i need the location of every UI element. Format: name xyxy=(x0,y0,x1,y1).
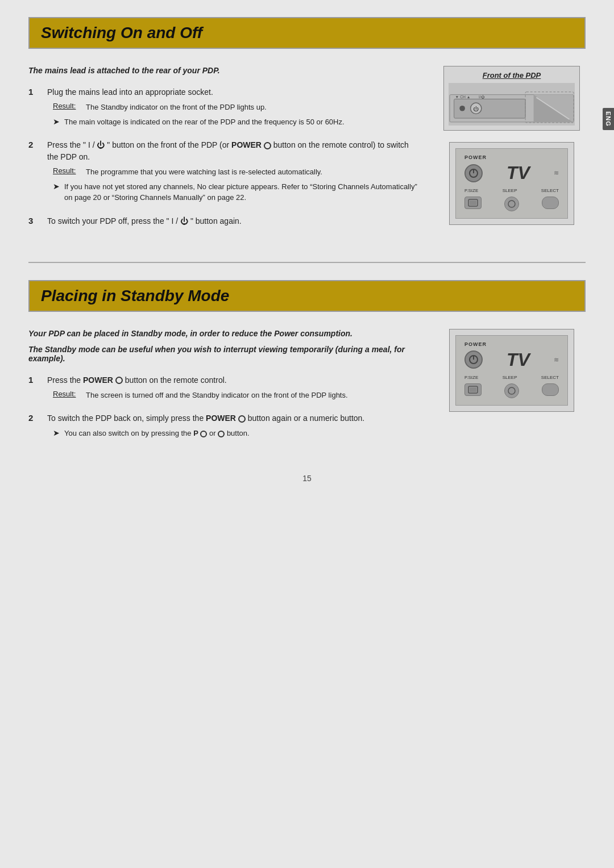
step-1-1: 1 Plug the mains lead into an appropriat… xyxy=(28,86,421,131)
section2-left: Your PDP can be placed in Standby mode, … xyxy=(28,329,421,451)
note-2-2: ➤ You can also switch on by pressing the… xyxy=(47,428,421,439)
sleep-icon xyxy=(507,199,516,208)
section2-body: Your PDP can be placed in Standby mode, … xyxy=(28,329,586,451)
result-label-2-1: Result: xyxy=(53,390,81,401)
note-text-2-2: You can also switch on by pressing the P… xyxy=(64,428,250,439)
select-label-2: SELECT xyxy=(541,375,559,380)
power-icon xyxy=(468,168,479,178)
remote-power-btn-1 xyxy=(464,164,483,182)
psize-btn-2 xyxy=(464,383,482,396)
section2-header: Placing in Standby Mode xyxy=(28,280,586,312)
remote-bottom-row-1: P.SIZE SLEEP SELECT xyxy=(464,188,559,193)
svg-point-15 xyxy=(508,201,515,207)
main-content: Switching On and Off The mains lead is a… xyxy=(0,0,614,868)
remote-inner-1: POWER TV ≋ P.SIZE xyxy=(455,148,568,219)
step-number-1-1: 1 xyxy=(28,87,39,97)
eng-tab: ENG xyxy=(603,108,614,130)
remote-power-label-1: POWER xyxy=(464,155,559,160)
page: ENG Switching On and Off The mains lead … xyxy=(0,0,614,868)
step-1-2-content: Press the " I / ⏻ " button on the front … xyxy=(47,139,421,207)
psize-label-1: P.SIZE xyxy=(464,188,478,193)
step-1-3: 3 To switch your PDP off, press the " I … xyxy=(28,215,421,231)
eng-label: ENG xyxy=(605,111,612,127)
svg-text:⏻: ⏻ xyxy=(473,106,479,112)
step-2-1: 1 Press the POWER button on the remote c… xyxy=(28,374,421,404)
sleep-icon-2 xyxy=(507,386,516,395)
section2-right: POWER TV ≋ P.SIZE xyxy=(438,329,586,451)
remote-bottom-btns-2 xyxy=(464,383,559,398)
select-btn-1 xyxy=(542,197,559,209)
sleep-label-1: SLEEP xyxy=(503,188,517,193)
pdp-panel-svg: ⏻ ▼ CH ▲ I/⏻ xyxy=(449,83,575,126)
result-text-2-1: The screen is turned off and the Standby… xyxy=(86,390,348,401)
result-1-1: Result: The Standby indicator on the fro… xyxy=(47,102,421,113)
remote-signal-2: ≋ xyxy=(554,356,559,364)
result-1-2: Result: The programme that you were watc… xyxy=(47,166,421,178)
note-text-1-2: If you have not yet stored any channels,… xyxy=(64,181,421,203)
remote-tv-text-2: TV xyxy=(483,349,554,370)
result-text-1-1: The Standby indicator on the front of th… xyxy=(86,102,267,113)
pdp-front-label: Front of the PDP xyxy=(449,71,575,80)
remote-inner-2: POWER TV ≋ P.SIZE xyxy=(455,335,568,406)
step-1-3-text: To switch your PDP off, press the " I / … xyxy=(47,215,421,227)
section1-header: Switching On and Off xyxy=(28,17,586,49)
step-number-1-3: 3 xyxy=(28,216,39,226)
step-2-1-content: Press the POWER button on the remote con… xyxy=(47,374,421,404)
psize-btn-1 xyxy=(464,197,482,209)
psize-label-2: P.SIZE xyxy=(464,375,478,380)
page-number: 15 xyxy=(28,474,586,483)
step-2-2-power: POWER xyxy=(206,414,236,423)
arrow-1-1: ➤ xyxy=(53,117,60,126)
step-1-1-text: Plug the mains lead into an appropriate … xyxy=(47,86,421,98)
psize-icon-2 xyxy=(468,386,478,394)
svg-point-2 xyxy=(459,106,465,111)
step-1-1-content: Plug the mains lead into an appropriate … xyxy=(47,86,421,131)
svg-text:I/⏻: I/⏻ xyxy=(479,95,485,99)
remote-tv-row-1: TV ≋ xyxy=(464,162,559,183)
section1-intro: The mains lead is attached to the rear o… xyxy=(28,66,421,75)
result-label-1-1: Result: xyxy=(53,102,81,113)
remote-bottom-btns-1 xyxy=(464,197,559,211)
arrow-2-2: ➤ xyxy=(53,428,60,437)
svg-text:▼ CH ▲: ▼ CH ▲ xyxy=(455,95,471,99)
remote-power-label-2: POWER xyxy=(464,341,559,347)
step-1-2-text: Press the " I / ⏻ " button on the front … xyxy=(47,139,421,163)
result-2-1: Result: The screen is turned off and the… xyxy=(47,390,421,401)
step-2-2: 2 To switch the PDP back on, simply pres… xyxy=(28,412,421,443)
remote-power-btn-2 xyxy=(464,350,483,369)
section1-title: Switching On and Off xyxy=(41,24,202,42)
pdp-panel-drawing: ⏻ ▼ CH ▲ I/⏻ xyxy=(449,83,575,126)
sleep-btn-2 xyxy=(504,383,519,398)
step-1-3-content: To switch your PDP off, press the " I / … xyxy=(47,215,421,231)
result-label-1-2: Result: xyxy=(53,166,81,178)
section2-intro2: The Standby mode can be useful when you … xyxy=(28,345,421,363)
svg-rect-14 xyxy=(470,201,476,205)
result-text-1-2: The programme that you were watching las… xyxy=(86,166,322,178)
power-icon-2 xyxy=(468,354,479,365)
sleep-btn-1 xyxy=(504,197,519,211)
arrow-1-2: ➤ xyxy=(53,182,60,191)
step-1-2: 2 Press the " I / ⏻ " button on the fron… xyxy=(28,139,421,207)
section1-left: The mains lead is attached to the rear o… xyxy=(28,66,421,239)
remote-tv-text-1: TV xyxy=(483,162,554,183)
step-number-2-1: 1 xyxy=(28,375,39,385)
step-1-2-power: POWER xyxy=(231,140,262,149)
section1-body: The mains lead is attached to the rear o… xyxy=(28,66,586,239)
note-text-1-1: The main voltage is indicated on the rea… xyxy=(64,116,345,128)
step-1-2-symbol: I / ⏻ xyxy=(86,140,107,149)
section-divider xyxy=(28,262,586,263)
step-2-2-text: To switch the PDP back on, simply press … xyxy=(47,412,421,424)
section1-right: Front of the PDP ⏻ xyxy=(438,66,586,239)
svg-point-20 xyxy=(508,387,515,394)
step-number-2-2: 2 xyxy=(28,413,39,423)
section2-intro1: Your PDP can be placed in Standby mode, … xyxy=(28,329,421,338)
note-1-1: ➤ The main voltage is indicated on the r… xyxy=(47,116,421,128)
select-label-1: SELECT xyxy=(541,188,559,193)
step-2-2-content: To switch the PDP back on, simply press … xyxy=(47,412,421,443)
remote-tv-row-2: TV ≋ xyxy=(464,349,559,370)
step-number-1-2: 2 xyxy=(28,140,39,149)
sleep-label-2: SLEEP xyxy=(503,375,517,380)
svg-rect-19 xyxy=(470,387,476,392)
remote-box-2: POWER TV ≋ P.SIZE xyxy=(449,329,574,412)
step-2-1-power: POWER xyxy=(83,375,113,385)
